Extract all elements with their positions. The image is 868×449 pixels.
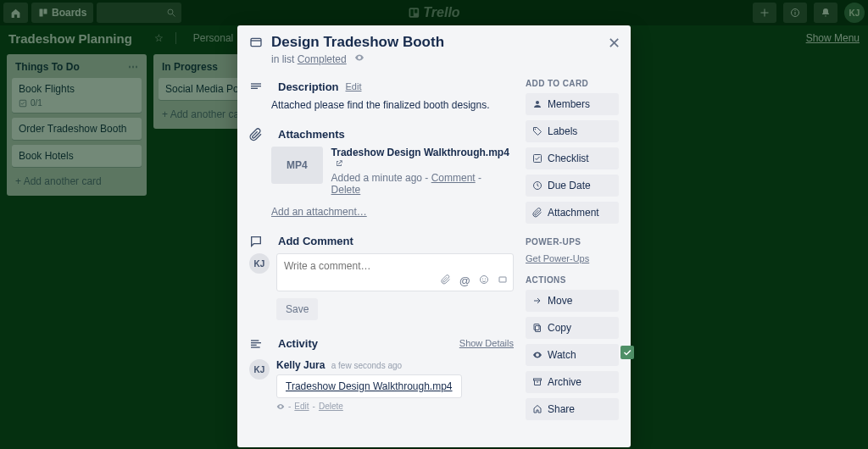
description-text[interactable]: Attached please find the finalized booth… — [271, 99, 514, 111]
svg-point-25 — [536, 101, 539, 104]
svg-rect-14 — [251, 83, 261, 84]
add-comment-heading: Add Comment — [278, 235, 353, 247]
activity-edit-link[interactable]: Edit — [294, 402, 309, 411]
watching-check-icon — [620, 346, 634, 359]
svg-rect-23 — [251, 345, 257, 346]
activity-heading: Activity — [278, 337, 318, 350]
description-icon — [249, 79, 271, 94]
checklist-icon — [532, 153, 542, 164]
watch-button[interactable]: Watch — [526, 344, 619, 366]
svg-rect-30 — [534, 324, 539, 330]
card-list-meta: in list Completed — [271, 53, 619, 65]
svg-rect-29 — [536, 326, 541, 332]
svg-rect-20 — [499, 277, 506, 282]
activity-author: Kelly Jura — [276, 359, 325, 371]
activity-time: a few seconds ago — [331, 361, 402, 370]
attach-tool-icon[interactable] — [441, 274, 451, 287]
card-icon — [249, 34, 271, 65]
comment-input[interactable] — [284, 260, 506, 272]
attachment-time: Added a minute ago — [331, 172, 422, 184]
open-external-icon[interactable] — [335, 158, 343, 170]
show-details-link[interactable]: Show Details — [459, 338, 514, 348]
attachment-delete-link[interactable]: Delete — [331, 184, 361, 196]
attachment-comment-link[interactable]: Comment — [431, 172, 476, 184]
arrow-right-icon — [532, 296, 542, 306]
svg-rect-24 — [251, 346, 260, 347]
activity-icon — [249, 335, 271, 351]
attachment-icon — [249, 126, 271, 141]
attachment-thumbnail[interactable]: MP4 — [271, 147, 323, 184]
actions-heading: Actions — [526, 275, 619, 285]
emoji-tool-icon[interactable] — [479, 274, 489, 287]
members-button[interactable]: Members — [526, 93, 619, 115]
labels-icon — [532, 126, 542, 136]
reply-icon[interactable] — [276, 402, 285, 411]
archive-button[interactable]: Archive — [526, 371, 619, 393]
list-link[interactable]: Completed — [298, 53, 347, 65]
svg-rect-31 — [534, 379, 542, 380]
activity-delete-link[interactable]: Delete — [319, 402, 343, 411]
attachment-button[interactable]: Attachment — [526, 202, 619, 224]
attachments-heading: Attachments — [278, 128, 345, 141]
svg-rect-21 — [251, 340, 259, 341]
close-icon[interactable]: ✕ — [608, 34, 620, 53]
eye-icon — [532, 350, 542, 360]
activity-attachment-bubble[interactable]: Tradeshow Design Walkthrough.mp4 — [276, 374, 462, 398]
comment-box[interactable]: @ — [276, 253, 514, 291]
copy-icon — [532, 323, 542, 333]
powerups-heading: Power-Ups — [526, 237, 619, 247]
share-button[interactable]: Share — [526, 398, 619, 420]
svg-rect-15 — [251, 86, 261, 86]
svg-point-26 — [535, 129, 536, 130]
attachment-name[interactable]: Tradeshow Design Walkthrough.mp4 — [331, 147, 509, 158]
card-title[interactable]: Design Tradeshow Booth — [271, 34, 619, 51]
watch-icon[interactable] — [354, 53, 364, 65]
members-icon — [532, 99, 542, 109]
svg-rect-16 — [251, 88, 258, 89]
svg-point-18 — [482, 278, 483, 279]
labels-button[interactable]: Labels — [526, 120, 619, 142]
clock-icon — [532, 180, 542, 191]
card-modal: ✕ Design Tradeshow Booth in list Complet… — [237, 25, 631, 447]
commenter-avatar: KJ — [249, 253, 270, 274]
svg-point-19 — [485, 278, 486, 279]
edit-description-link[interactable]: Edit — [346, 81, 362, 91]
description-heading: Description — [278, 80, 339, 93]
add-to-card-heading: Add to card — [526, 79, 619, 88]
card-tool-icon[interactable] — [498, 274, 508, 287]
copy-button[interactable]: Copy — [526, 317, 619, 339]
share-icon — [532, 404, 542, 414]
get-powerups-link[interactable]: Get Power-Ups — [526, 253, 589, 263]
archive-icon — [532, 377, 542, 387]
checklist-button[interactable]: Checklist — [526, 147, 619, 169]
save-comment-button[interactable]: Save — [276, 298, 318, 320]
svg-rect-22 — [251, 342, 261, 343]
attachment-side-icon — [532, 208, 542, 218]
add-attachment-link[interactable]: Add an attachment… — [271, 206, 367, 218]
comment-icon — [249, 233, 271, 248]
svg-rect-12 — [251, 38, 261, 46]
due-date-button[interactable]: Due Date — [526, 175, 619, 197]
svg-point-17 — [481, 276, 488, 284]
move-button[interactable]: Move — [526, 290, 619, 312]
mention-tool-icon[interactable]: @ — [459, 274, 470, 287]
activity-avatar: KJ — [249, 359, 270, 380]
